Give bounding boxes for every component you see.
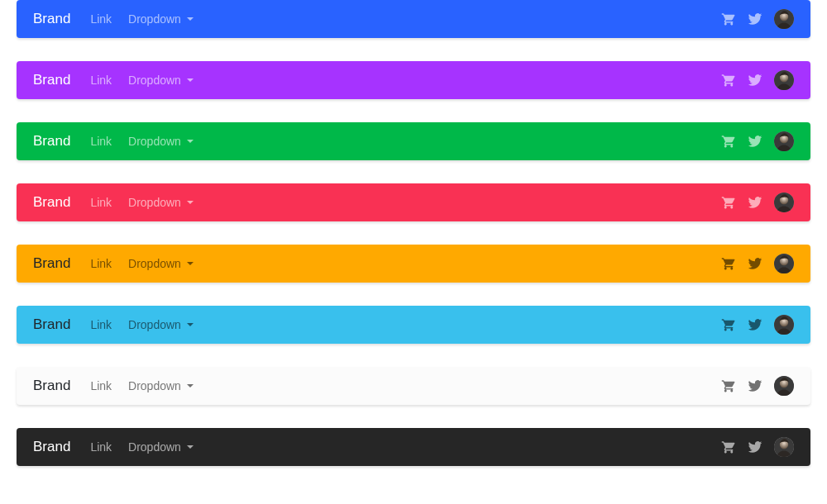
nav-link[interactable]: Link <box>90 196 112 209</box>
chevron-down-icon <box>187 17 194 21</box>
chevron-down-icon <box>187 323 194 326</box>
navbar-secondary: BrandLinkDropdown <box>17 61 810 99</box>
navbar-primary: BrandLinkDropdown <box>17 0 810 38</box>
nav-dropdown[interactable]: Dropdown <box>128 74 194 87</box>
chevron-down-icon <box>187 445 194 449</box>
avatar[interactable] <box>774 9 794 29</box>
navbar-right <box>721 70 794 90</box>
nav-dropdown-label: Dropdown <box>128 74 181 87</box>
chevron-down-icon <box>187 384 194 388</box>
nav-dropdown[interactable]: Dropdown <box>128 257 194 270</box>
cart-icon[interactable] <box>721 317 736 332</box>
avatar[interactable] <box>774 70 794 90</box>
avatar[interactable] <box>774 315 794 335</box>
brand[interactable]: Brand <box>33 439 70 455</box>
chevron-down-icon <box>187 201 194 204</box>
cart-icon[interactable] <box>721 12 736 26</box>
nav-dropdown[interactable]: Dropdown <box>128 12 194 26</box>
cart-icon[interactable] <box>721 256 736 271</box>
brand[interactable]: Brand <box>33 378 70 394</box>
nav-link[interactable]: Link <box>90 74 112 87</box>
twitter-icon[interactable] <box>748 12 762 26</box>
nav-dropdown-label: Dropdown <box>128 12 181 26</box>
nav-dropdown-label: Dropdown <box>128 440 181 454</box>
nav-dropdown-label: Dropdown <box>128 257 181 270</box>
navbar-right <box>721 376 794 396</box>
brand[interactable]: Brand <box>33 194 70 211</box>
twitter-icon[interactable] <box>748 73 762 88</box>
brand[interactable]: Brand <box>33 316 70 333</box>
navbar-warning: BrandLinkDropdown <box>17 245 810 283</box>
twitter-icon[interactable] <box>748 440 762 454</box>
avatar[interactable] <box>774 131 794 151</box>
twitter-icon[interactable] <box>748 195 762 210</box>
nav-dropdown[interactable]: Dropdown <box>128 379 194 392</box>
navbar-right <box>721 315 794 335</box>
navbar-right <box>721 193 794 212</box>
chevron-down-icon <box>187 78 194 82</box>
nav-link[interactable]: Link <box>90 257 112 270</box>
brand[interactable]: Brand <box>33 133 70 150</box>
nav-dropdown[interactable]: Dropdown <box>128 135 194 148</box>
nav-dropdown-label: Dropdown <box>128 196 181 209</box>
twitter-icon[interactable] <box>748 378 762 393</box>
navbar-info: BrandLinkDropdown <box>17 306 810 344</box>
brand[interactable]: Brand <box>33 11 70 27</box>
navbar-light: BrandLinkDropdown <box>17 367 810 405</box>
twitter-icon[interactable] <box>748 134 762 149</box>
avatar[interactable] <box>774 193 794 212</box>
cart-icon[interactable] <box>721 134 736 149</box>
nav-link[interactable]: Link <box>90 135 112 148</box>
nav-dropdown[interactable]: Dropdown <box>128 318 194 331</box>
cart-icon[interactable] <box>721 440 736 454</box>
chevron-down-icon <box>187 262 194 265</box>
nav-link[interactable]: Link <box>90 318 112 331</box>
brand[interactable]: Brand <box>33 255 70 272</box>
brand[interactable]: Brand <box>33 72 70 88</box>
avatar[interactable] <box>774 437 794 457</box>
chevron-down-icon <box>187 140 194 143</box>
nav-link[interactable]: Link <box>90 12 112 26</box>
avatar[interactable] <box>774 254 794 273</box>
cart-icon[interactable] <box>721 73 736 88</box>
nav-link[interactable]: Link <box>90 379 112 392</box>
nav-dropdown[interactable]: Dropdown <box>128 196 194 209</box>
nav-dropdown-label: Dropdown <box>128 318 181 331</box>
navbar-right <box>721 254 794 273</box>
avatar[interactable] <box>774 376 794 396</box>
nav-dropdown-label: Dropdown <box>128 379 181 392</box>
navbar-success: BrandLinkDropdown <box>17 122 810 160</box>
navbar-right <box>721 437 794 457</box>
nav-dropdown[interactable]: Dropdown <box>128 440 194 454</box>
nav-dropdown-label: Dropdown <box>128 135 181 148</box>
navbar-danger: BrandLinkDropdown <box>17 183 810 221</box>
navbar-right <box>721 131 794 151</box>
twitter-icon[interactable] <box>748 256 762 271</box>
cart-icon[interactable] <box>721 378 736 393</box>
navbar-dark: BrandLinkDropdown <box>17 428 810 466</box>
navbar-right <box>721 9 794 29</box>
twitter-icon[interactable] <box>748 317 762 332</box>
cart-icon[interactable] <box>721 195 736 210</box>
nav-link[interactable]: Link <box>90 440 112 454</box>
